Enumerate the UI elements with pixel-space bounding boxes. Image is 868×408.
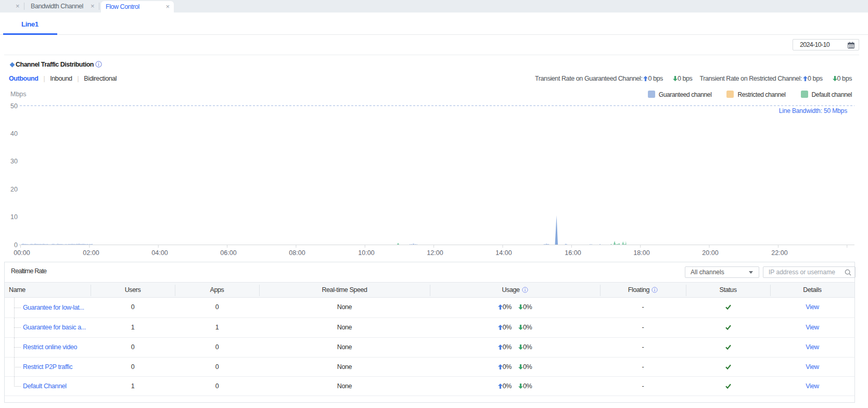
svg-text:0: 0 (14, 241, 18, 249)
svg-text:12:00: 12:00 (427, 249, 443, 257)
svg-text:22:00: 22:00 (771, 249, 787, 257)
svg-text:18:00: 18:00 (633, 249, 649, 257)
svg-text:50: 50 (10, 103, 18, 110)
svg-text:00:00: 00:00 (14, 249, 30, 257)
svg-text:10:00: 10:00 (358, 249, 374, 257)
svg-text:16:00: 16:00 (565, 249, 581, 257)
svg-text:30: 30 (10, 158, 18, 165)
svg-text:08:00: 08:00 (289, 249, 305, 257)
svg-text:02:00: 02:00 (83, 249, 99, 257)
svg-text:20:00: 20:00 (702, 249, 718, 257)
svg-text:20: 20 (10, 186, 18, 193)
svg-text:06:00: 06:00 (220, 249, 236, 257)
svg-text:14:00: 14:00 (495, 249, 512, 257)
svg-text:04:00: 04:00 (151, 249, 168, 257)
svg-text:40: 40 (10, 130, 18, 137)
svg-text:10: 10 (10, 213, 18, 221)
